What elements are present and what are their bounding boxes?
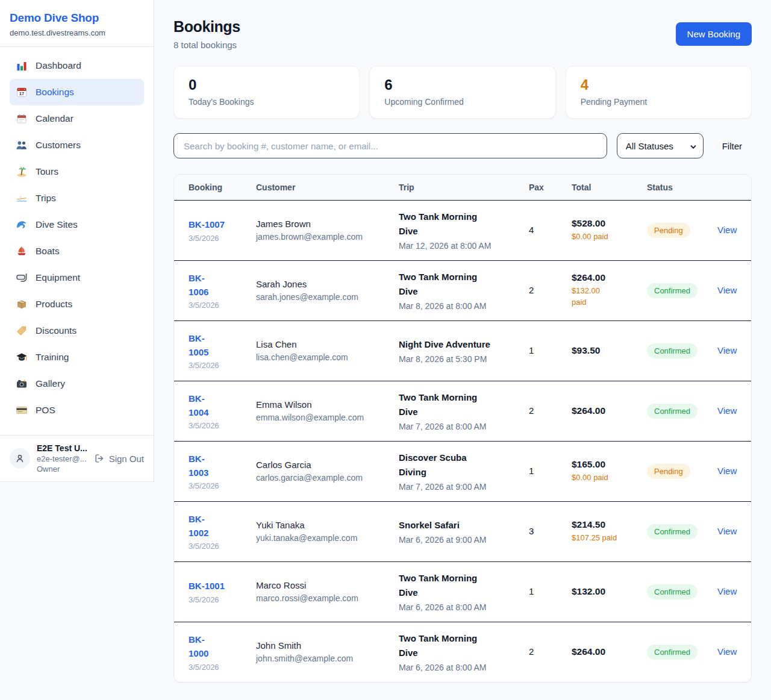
booking-cell: BK-10033/5/2026 (174, 441, 256, 501)
brand-title: Demo Dive Shop (10, 11, 144, 25)
sidebar-item-label: Dive Sites (36, 219, 78, 230)
booking-date: 3/5/2026 (189, 542, 251, 551)
stat-value: 0 (189, 77, 345, 93)
status-select[interactable]: All Statuses (617, 133, 704, 158)
customer-name: Sarah Jones (256, 279, 394, 289)
bar-chart-icon (16, 60, 28, 72)
view-link[interactable]: View (717, 526, 737, 536)
customer-cell: Lisa Chenlisa.chen@example.com (256, 320, 399, 381)
pax-cell: 1 (529, 441, 572, 501)
sidebar-item-boats[interactable]: Boats (10, 238, 144, 264)
filter-button[interactable]: Filter (722, 141, 742, 151)
view-cell: View (717, 561, 752, 622)
trip-cell: Snorkel SafariMar 6, 2026 at 9:00 AM (399, 501, 529, 561)
status-badge: Confirmed (647, 404, 698, 419)
trip-datetime: Mar 8, 2026 at 5:30 PM (399, 354, 524, 364)
booking-id-link[interactable]: BK-1003 (189, 452, 251, 480)
sidebar-item-bookings[interactable]: 17Bookings (10, 79, 144, 105)
sidebar-item-dive-sites[interactable]: Dive Sites (10, 211, 144, 238)
stats-row: 0Today's Bookings6Upcoming Confirmed4Pen… (173, 66, 752, 119)
booking-cell: BK-10013/5/2026 (174, 561, 256, 622)
booking-id-link[interactable]: BK-1001 (189, 579, 251, 593)
view-link[interactable]: View (717, 225, 737, 235)
sign-out-button[interactable]: Sign Out (94, 453, 144, 464)
sidebar-item-calendar[interactable]: Calendar (10, 105, 144, 132)
column-header-booking: Booking (174, 175, 256, 200)
sidebar-item-discounts[interactable]: Discounts (10, 317, 144, 344)
table-row: BK-10043/5/2026Emma Wilsonemma.wilson@ex… (174, 381, 752, 441)
pax-value: 1 (529, 466, 534, 476)
status-badge: Pending (647, 223, 690, 238)
sidebar-item-training[interactable]: Training (10, 344, 144, 370)
customer-email: sarah.jones@example.com (256, 292, 394, 302)
pax-value: 3 (529, 526, 534, 536)
view-link[interactable]: View (717, 405, 737, 416)
table-row: BK-10033/5/2026Carlos Garciacarlos.garci… (174, 441, 752, 501)
search-input[interactable] (173, 133, 607, 158)
status-cell: Pending (647, 200, 717, 260)
trip-datetime: Mar 12, 2026 at 8:00 AM (399, 241, 524, 251)
booking-cell: BK-10023/5/2026 (174, 501, 256, 561)
view-link[interactable]: View (717, 466, 737, 476)
booking-date: 3/5/2026 (189, 301, 251, 310)
sidebar-item-pos[interactable]: POS (10, 397, 144, 423)
paid-amount: $132.00paid (572, 286, 642, 308)
spiral-calendar-icon (16, 113, 28, 125)
trip-cell: Two Tank MorningDiveMar 6, 2026 at 8:00 … (399, 561, 529, 622)
user-box: E2E Test U... e2e-tester@... Owner Sign … (0, 435, 154, 481)
package-icon (16, 298, 28, 310)
booking-cell: BK-10043/5/2026 (174, 381, 256, 441)
customer-cell: John Smithjohn.smith@example.com (256, 622, 399, 682)
trip-name: Night Dive Adventure (399, 337, 524, 352)
total-amount: $264.00 (572, 272, 642, 283)
column-header-customer: Customer (256, 175, 399, 200)
table-row: BK-10003/5/2026John Smithjohn.smith@exam… (174, 622, 752, 682)
sidebar-item-customers[interactable]: Customers (10, 132, 144, 158)
sidebar-item-tours[interactable]: Tours (10, 158, 144, 185)
sidebar-item-trips[interactable]: Trips (10, 185, 144, 211)
trip-datetime: Mar 6, 2026 at 8:00 AM (399, 602, 524, 612)
trip-datetime: Mar 8, 2026 at 8:00 AM (399, 301, 524, 311)
total-amount: $132.00 (572, 586, 642, 597)
table-row: BK-10023/5/2026Yuki Tanakayuki.tanaka@ex… (174, 501, 752, 561)
customer-email: lisa.chen@example.com (256, 352, 394, 362)
customer-name: John Smith (256, 640, 394, 651)
view-link[interactable]: View (717, 586, 737, 596)
view-link[interactable]: View (717, 345, 737, 355)
customer-email: marco.rossi@example.com (256, 593, 394, 603)
pax-value: 1 (529, 586, 534, 596)
new-booking-button[interactable]: New Booking (676, 22, 752, 46)
booking-id-link[interactable]: BK-1006 (189, 271, 251, 299)
customer-email: emma.wilson@example.com (256, 413, 394, 422)
pax-cell: 4 (529, 200, 572, 260)
sidebar-item-dashboard[interactable]: Dashboard (10, 52, 144, 79)
trip-cell: Discover ScubaDivingMar 7, 2026 at 9:00 … (399, 441, 529, 501)
sign-out-label: Sign Out (109, 454, 144, 464)
status-badge: Confirmed (647, 524, 698, 539)
sidebar-item-label: Calendar (36, 113, 73, 124)
customer-name: Marco Rossi (256, 580, 394, 590)
booking-id-link[interactable]: BK-1005 (189, 331, 251, 360)
pax-cell: 2 (529, 622, 572, 682)
sidebar-item-label: POS (36, 405, 55, 416)
sidebar-item-gallery[interactable]: Gallery (10, 370, 144, 397)
sidebar-item-label: Trips (36, 193, 56, 204)
sidebar-item-products[interactable]: Products (10, 291, 144, 317)
booking-id-link[interactable]: BK-1004 (189, 392, 251, 420)
status-badge: Confirmed (647, 584, 698, 599)
tag-icon (16, 325, 28, 337)
booking-id-link[interactable]: BK-1007 (189, 217, 251, 231)
sidebar-item-label: Gallery (36, 378, 65, 389)
sign-out-icon (94, 453, 105, 464)
column-header-total: Total (572, 175, 647, 200)
view-link[interactable]: View (717, 285, 737, 295)
sidebar-item-equipment[interactable]: Equipment (10, 264, 144, 291)
view-link[interactable]: View (717, 646, 737, 657)
booking-id-link[interactable]: BK-1002 (189, 512, 251, 540)
booking-id-link[interactable]: BK-1000 (189, 633, 251, 661)
svg-text:17: 17 (19, 91, 24, 96)
table-row: BK-10053/5/2026Lisa Chenlisa.chen@exampl… (174, 320, 752, 381)
bookings-table-card: BookingCustomerTripPaxTotalStatus BK-100… (173, 174, 752, 683)
sidebar: Demo Dive Shop demo.test.divestreams.com… (0, 0, 154, 482)
stat-label: Upcoming Confirmed (384, 97, 540, 107)
